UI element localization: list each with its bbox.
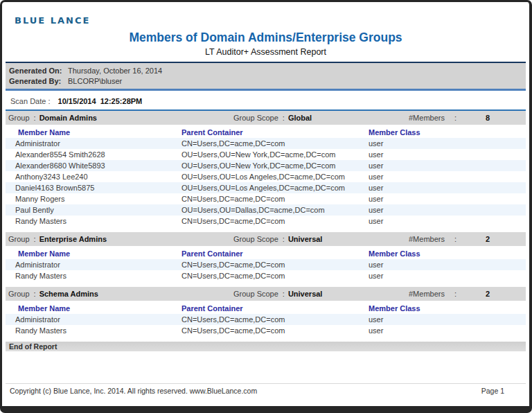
member-name-cell: Alexander8680 White5893 [15,161,181,170]
group-scope-label: Group Scope [233,290,278,298]
group-rows: AdministratorCN=Users,DC=acme,DC=comuser… [6,138,526,227]
member-name-cell: Administrator [15,315,181,324]
report-page: BLUE LANCE Members of Domain Admins/Ente… [0,0,532,413]
column-header-parent-container: Parent Container [181,304,369,313]
group-scope-colon: : [283,235,285,243]
group-rows: AdministratorCN=Users,DC=acme,DC=comuser… [6,314,526,336]
members-count-colon: : [454,114,456,122]
parent-container-cell: OU=Users,OU=Dallas,DC=acme,DC=com [181,206,369,214]
member-class-cell: user [369,184,526,192]
group-name: Enterprise Admins [39,235,107,243]
table-row: Alexander8680 White5893OU=Users,OU=New Y… [6,160,526,171]
group-section: Group:Domain Admins Group Scope:Global #… [6,111,526,227]
group-label: Group [8,290,30,298]
group-members-block: #Members:8 [409,114,526,122]
blue-lance-logo: BLUE LANCE [15,16,529,26]
table-row: Randy MastersCN=Users,DC=acme,DC=comuser [6,325,526,336]
members-count-value: 8 [486,114,490,122]
column-header-member-name: Member Name [18,304,181,313]
group-colon: : [34,235,36,243]
member-class-cell: user [369,272,526,280]
member-name-cell: Paul Bently [15,206,181,214]
group-label: Group [8,235,30,243]
member-name-cell: Administrator [15,139,181,148]
generated-on-value: Thursday, October 16, 2014 [68,66,162,76]
member-name-cell: Randy Masters [15,326,181,335]
group-name: Schema Admins [39,290,98,298]
table-row: AdministratorCN=Users,DC=acme,DC=comuser [6,259,526,270]
table-row: Randy MastersCN=Users,DC=acme,DC=comuser [6,270,526,281]
group-members-block: #Members:2 [409,235,526,243]
parent-container-cell: CN=Users,DC=acme,DC=com [181,261,369,269]
group-header-bar: Group:Enterprise Admins Group Scope:Univ… [6,232,526,246]
table-row: Alexander8554 Smith2628OU=Users,OU=New Y… [6,149,526,160]
scan-date-value: 10/15/2014 12:25:28PM [58,97,143,105]
group-header-bar: Group:Schema Admins Group Scope:Universa… [6,287,526,301]
parent-container-cell: OU=Users,OU=New York,DC=acme,DC=com [181,161,369,170]
groups-container: Group:Domain Admins Group Scope:Global #… [2,111,529,336]
column-header-member-class: Member Class [369,128,526,137]
parent-container-cell: OU=Users,OU=Los Angeles,DC=acme,DC=com [181,184,369,192]
table-row: Anthony3243 Lee240OU=Users,OU=Los Angele… [6,171,526,182]
members-count-colon: : [454,235,456,243]
member-name-cell: Randy Masters [15,217,181,225]
generated-by-value: BLCORP\bluser [68,76,122,87]
report-content: BLUE LANCE Members of Domain Admins/Ente… [2,2,529,395]
parent-container-cell: CN=Users,DC=acme,DC=com [181,195,369,203]
group-scope-value: Universal [288,235,323,243]
member-class-cell: user [369,150,526,159]
column-header-member-name: Member Name [18,249,181,258]
group-scope-value: Universal [288,290,323,298]
table-row: Manny RogersCN=Users,DC=acme,DC=comuser [6,193,526,204]
scan-date-label: Scan Date : [10,97,50,105]
group-scope-block: Group Scope:Universal [233,290,409,298]
generated-by-label: Generated By: [9,76,68,87]
group-scope-value: Global [288,114,312,122]
table-row: AdministratorCN=Users,DC=acme,DC=comuser [6,314,526,325]
member-class-cell: user [369,161,526,170]
report-title: Members of Domain Admins/Enterprise Grou… [2,30,529,45]
group-scope-colon: : [283,114,285,122]
member-class-cell: user [369,139,526,148]
member-class-cell: user [369,261,526,269]
group-rows: AdministratorCN=Users,DC=acme,DC=comuser… [6,259,526,281]
member-name-cell: Manny Rogers [15,195,181,203]
group-scope-block: Group Scope:Global [233,114,409,122]
table-row: Daniel4163 Brown5875OU=Users,OU=Los Ange… [6,182,526,193]
column-header-row: Member Name Parent Container Member Clas… [6,247,526,259]
group-scope-colon: : [283,290,285,298]
member-class-cell: user [369,315,526,324]
generated-on-label: Generated On: [9,66,68,76]
column-header-parent-container: Parent Container [181,249,369,258]
column-header-member-class: Member Class [369,249,526,258]
group-section: Group:Schema Admins Group Scope:Universa… [6,287,526,336]
report-footer: Copyright (c) Blue Lance, Inc. 2014. All… [6,383,526,395]
member-class-cell: user [369,173,526,181]
member-class-cell: user [369,326,526,335]
column-header-parent-container: Parent Container [181,128,369,137]
member-name-cell: Anthony3243 Lee240 [15,173,181,181]
page-number: Page 1 [481,387,504,395]
group-name: Domain Admins [39,114,97,122]
group-header-bar: Group:Domain Admins Group Scope:Global #… [6,111,526,125]
end-of-report-bar: End of Report [6,342,526,351]
column-header-row: Member Name Parent Container Member Clas… [6,302,526,314]
table-row: Paul BentlyOU=Users,OU=Dallas,DC=acme,DC… [6,204,526,216]
group-name-block: Group:Enterprise Admins [8,235,233,243]
generated-info-box: Generated On: Thursday, October 16, 2014… [6,62,526,91]
parent-container-cell: OU=Users,OU=New York,DC=acme,DC=com [181,150,369,159]
members-count-value: 2 [486,235,490,243]
column-header-row: Member Name Parent Container Member Clas… [6,126,526,138]
generated-on-row: Generated On: Thursday, October 16, 2014 [6,66,526,76]
column-header-member-class: Member Class [369,304,526,313]
table-row: Randy MastersCN=Users,DC=acme,DC=comuser [6,216,526,227]
parent-container-cell: CN=Users,DC=acme,DC=com [181,315,369,324]
members-count-label: #Members [409,290,445,298]
group-label: Group [8,114,30,122]
member-class-cell: user [369,206,526,214]
members-count-label: #Members [409,114,445,122]
group-colon: : [34,290,36,298]
generated-by-row: Generated By: BLCORP\bluser [6,76,526,87]
group-scope-block: Group Scope:Universal [233,235,409,243]
member-name-cell: Randy Masters [15,272,181,280]
